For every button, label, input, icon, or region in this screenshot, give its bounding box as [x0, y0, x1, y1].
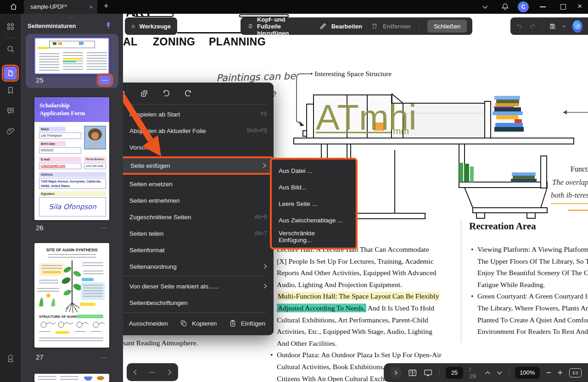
text-line: Planted To Create A Quiet And Comforta	[477, 314, 588, 326]
ai-assistant-button[interactable]	[572, 20, 582, 33]
undo-icon[interactable]	[516, 22, 523, 30]
page-27-options-button[interactable]: ⋯	[101, 354, 107, 361]
mini-books	[79, 42, 84, 45]
rotate-right-icon[interactable]	[184, 89, 193, 98]
thumbnail-28-partial[interactable]	[34, 374, 109, 382]
zoom-in-icon[interactable]	[557, 370, 563, 376]
minimize-button[interactable]	[540, 6, 546, 7]
thumbnail-26[interactable]: Scholarship Application Form Name Lila T…	[34, 97, 109, 220]
chevron-down-icon[interactable]	[482, 5, 488, 9]
save-options-chevron-icon[interactable]	[562, 25, 566, 28]
app-grid-icon[interactable]	[6, 22, 15, 31]
tools-button[interactable]: Werkzeuge	[125, 17, 177, 35]
paste-label: Einfügen	[241, 320, 265, 327]
mini-bowl	[84, 376, 92, 381]
submenu-item-from-clipboard[interactable]: Aus Zwischenablage ...	[272, 212, 356, 228]
edit-button[interactable]: Bearbeiten	[319, 22, 362, 30]
highlighted-line-yellow: Multi-Function Hall: The Space Layout Ca…	[277, 290, 465, 302]
two-page-view-icon[interactable]	[408, 368, 417, 377]
thumbnail-27[interactable]: SITE OF AUXIN SYNTHESIS STRUCTUR	[34, 243, 109, 348]
form-label-phone: Phone Number	[84, 157, 106, 162]
form-value-name[interactable]: Lila Thompson	[39, 133, 81, 139]
pin-icon[interactable]	[104, 21, 113, 30]
submenu-chevron-icon	[263, 264, 267, 269]
comment-icon[interactable]	[6, 106, 15, 115]
text-line: [X] People Is Set Up For Lectures, Train…	[277, 255, 465, 267]
stamp-icon[interactable]	[6, 354, 16, 364]
photo-body	[89, 141, 101, 149]
close-mode-button[interactable]: Schließen	[427, 20, 467, 33]
notification-bell-icon[interactable]	[501, 2, 510, 11]
rotate-left-icon[interactable]	[162, 89, 171, 98]
bookmark-icon[interactable]	[6, 86, 15, 95]
paste-action[interactable]: Einfügen	[229, 319, 265, 327]
save-icon[interactable]	[549, 22, 556, 31]
current-page-input[interactable]: 25	[446, 367, 464, 379]
menu-item-marked-as[interactable]: IV Von dieser Seite markiert als......	[108, 278, 274, 294]
presentation-mode-icon[interactable]	[423, 368, 433, 377]
prev-page-icon[interactable]	[133, 369, 137, 376]
mini-highlight-yellow	[63, 58, 81, 60]
home-icon[interactable]	[9, 2, 18, 11]
menu-item-preview[interactable]: Vorschau	[108, 139, 274, 155]
form-title-line2: Application Form	[39, 109, 109, 117]
thumbnails-tool-active[interactable]	[2, 65, 19, 82]
text-line: And Other Facilities.	[277, 338, 465, 349]
auxin-chip-yellow	[80, 303, 95, 306]
thumbnail-25-container[interactable]: 25 ⋯	[26, 34, 118, 88]
form-value-address[interactable]: 7425 Maple Avenue, Sunnyvale, California…	[39, 178, 106, 189]
page-down-icon[interactable]	[497, 371, 503, 375]
menu-item-page-labels[interactable]: 2 Seitenbeschriftungen	[108, 294, 274, 311]
menu-item-play-from-current[interactable]: Abspielen ab Aktueller Folie Shift+F5	[108, 122, 274, 139]
menu-label: Abspielen ab Aktueller Folie	[129, 127, 241, 134]
next-page-icon[interactable]	[168, 369, 172, 376]
tab-close-icon[interactable]: ×	[89, 4, 93, 11]
document-tab[interactable]: sample-UPDF* ×	[24, 0, 97, 14]
redo-icon[interactable]	[529, 22, 536, 30]
menu-item-split-pages[interactable]: Seiten teilen Alt+7	[108, 225, 274, 242]
new-tab-button[interactable]: +	[104, 1, 109, 11]
user-avatar[interactable]: C	[518, 1, 529, 12]
menu-item-cropped-pages[interactable]: Zugeschnittene Seiten Alt+6	[108, 209, 274, 225]
page-25-preview[interactable]	[34, 38, 109, 74]
form-value-phone[interactable]: (202) 555-0198	[84, 163, 106, 169]
submenu-item-from-file[interactable]: Aus Datei ...	[272, 162, 356, 179]
menu-item-page-arrangement[interactable]: Seitenanordnung	[108, 258, 274, 275]
current-page-value: 25	[451, 369, 458, 376]
submenu-item-interleaved-insert[interactable]: Verschränkte Einfügung...	[272, 228, 356, 245]
zoom-level-input[interactable]: 100%	[515, 367, 540, 379]
more-pages-button[interactable]: ⋯	[149, 369, 156, 376]
page-25-options-button[interactable]: ⋯	[99, 75, 111, 85]
options-dots: ⋯	[102, 77, 108, 83]
page-26-options-button[interactable]: ⋯	[101, 225, 107, 232]
menu-item-play-from-start[interactable]: Abspielen ab Start F5	[108, 106, 274, 122]
form-value-email[interactable]: Lila@gmail.com	[39, 163, 81, 169]
tools-label: Werkzeuge	[140, 23, 171, 30]
panel-drag-handle[interactable]: ⋯	[68, 15, 74, 22]
window-close-button[interactable]: ×	[577, 2, 582, 11]
attachment-paperclip-icon[interactable]	[6, 126, 15, 135]
search-icon[interactable]	[6, 44, 15, 54]
add-header-footer-button[interactable]: Kopf- und Fußzeile hinzufügen	[248, 16, 311, 37]
tab-title: sample-UPDF*	[30, 4, 67, 10]
text-line: Viewing Platform: A Viewing Platform Is	[477, 244, 588, 255]
form-signature-box[interactable]: Sila Ofonpson	[39, 197, 106, 216]
page-up-icon[interactable]	[485, 371, 491, 375]
zoom-out-icon[interactable]	[546, 370, 552, 376]
submenu-item-from-image[interactable]: Aus Bild...	[272, 179, 356, 195]
expand-bar-button[interactable]	[390, 367, 402, 379]
copy-action[interactable]: Kopieren	[179, 319, 217, 327]
menu-item-replace-pages[interactable]: Seiten ersetzen	[108, 176, 274, 192]
menu-item-insert-page[interactable]: Seite einfügen	[109, 157, 273, 174]
bar-divider	[439, 369, 440, 377]
chevron-right-icon	[394, 370, 398, 375]
menu-item-extract-pages[interactable]: Seiten entnehmen	[108, 192, 274, 209]
cut-action[interactable]: Ausschneiden	[117, 319, 168, 327]
form-value-birth[interactable]: 5/9/2010	[39, 147, 81, 154]
submenu-item-blank-page[interactable]: Leere Seite ...	[272, 195, 356, 212]
menu-item-page-format[interactable]: Seitenformat	[108, 242, 274, 258]
actual-size-button[interactable]: 1:1	[569, 368, 582, 377]
remove-label: Entfernen	[383, 23, 411, 30]
maximize-button[interactable]	[560, 4, 566, 10]
duplicate-page-icon[interactable]	[140, 89, 149, 98]
